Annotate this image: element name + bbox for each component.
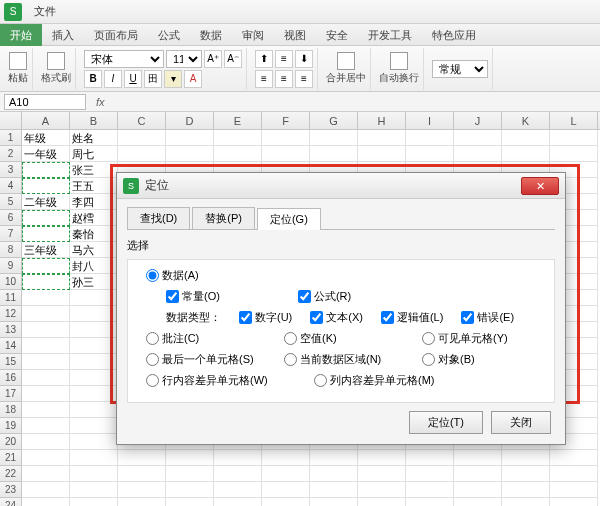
- col-header[interactable]: D: [166, 112, 214, 129]
- cell[interactable]: [118, 482, 166, 498]
- cell[interactable]: [70, 434, 118, 450]
- chk-formula[interactable]: 公式(R): [298, 289, 351, 304]
- cell[interactable]: [214, 482, 262, 498]
- tab-dev[interactable]: 开发工具: [358, 24, 422, 46]
- tab-home[interactable]: 开始: [0, 24, 42, 46]
- cell[interactable]: [454, 466, 502, 482]
- align-center-icon[interactable]: ≡: [275, 70, 293, 88]
- tab-special[interactable]: 特色应用: [422, 24, 486, 46]
- cell[interactable]: [166, 498, 214, 506]
- format-painter-button[interactable]: 格式刷: [41, 52, 71, 85]
- cell[interactable]: [550, 450, 598, 466]
- merge-button[interactable]: 合并居中: [326, 52, 366, 85]
- cell[interactable]: [70, 338, 118, 354]
- row-header[interactable]: 22: [0, 466, 22, 482]
- opt-last[interactable]: 最后一个单元格(S): [146, 352, 266, 367]
- close-button[interactable]: ✕: [521, 177, 559, 195]
- opt-rowdiff[interactable]: 行内容差异单元格(W): [146, 373, 296, 388]
- cell[interactable]: 张三: [70, 162, 118, 178]
- col-header[interactable]: K: [502, 112, 550, 129]
- bold-button[interactable]: B: [84, 70, 102, 88]
- cell[interactable]: 周七: [70, 146, 118, 162]
- paste-button[interactable]: 粘贴: [8, 52, 28, 85]
- row-header[interactable]: 8: [0, 242, 22, 258]
- cell[interactable]: [22, 226, 70, 242]
- cell[interactable]: 二年级: [22, 194, 70, 210]
- cell[interactable]: [22, 354, 70, 370]
- col-header[interactable]: B: [70, 112, 118, 129]
- cell[interactable]: [166, 450, 214, 466]
- table-row[interactable]: 22: [0, 466, 600, 482]
- cell[interactable]: [70, 370, 118, 386]
- cell[interactable]: [70, 418, 118, 434]
- cell[interactable]: 秦怡: [70, 226, 118, 242]
- cell[interactable]: [214, 450, 262, 466]
- row-header[interactable]: 11: [0, 290, 22, 306]
- table-row[interactable]: 23: [0, 482, 600, 498]
- cell[interactable]: [502, 450, 550, 466]
- col-header[interactable]: A: [22, 112, 70, 129]
- row-header[interactable]: 17: [0, 386, 22, 402]
- cell[interactable]: [166, 482, 214, 498]
- cell[interactable]: [358, 466, 406, 482]
- cell[interactable]: [406, 482, 454, 498]
- font-size-select[interactable]: 11: [166, 50, 202, 68]
- cell[interactable]: [502, 466, 550, 482]
- cell[interactable]: 年级: [22, 130, 70, 146]
- chk-error[interactable]: 错误(E): [461, 310, 514, 325]
- col-header[interactable]: H: [358, 112, 406, 129]
- decrease-font-icon[interactable]: A⁻: [224, 50, 242, 68]
- align-right-icon[interactable]: ≡: [295, 70, 313, 88]
- cell[interactable]: 孙三: [70, 274, 118, 290]
- number-format-select[interactable]: 常规: [432, 60, 488, 78]
- row-header[interactable]: 23: [0, 482, 22, 498]
- cell[interactable]: [454, 482, 502, 498]
- dialog-titlebar[interactable]: S 定位 ✕: [117, 173, 565, 199]
- cell[interactable]: [22, 434, 70, 450]
- cell[interactable]: [22, 386, 70, 402]
- cell[interactable]: [358, 146, 406, 162]
- cell[interactable]: [550, 498, 598, 506]
- row-header[interactable]: 19: [0, 418, 22, 434]
- row-header[interactable]: 20: [0, 434, 22, 450]
- select-all-corner[interactable]: [0, 112, 22, 129]
- cell[interactable]: [502, 130, 550, 146]
- fx-icon[interactable]: fx: [90, 96, 111, 108]
- cell[interactable]: [118, 450, 166, 466]
- cell[interactable]: [118, 130, 166, 146]
- cell[interactable]: [118, 498, 166, 506]
- row-header[interactable]: 1: [0, 130, 22, 146]
- cell[interactable]: [70, 482, 118, 498]
- cell[interactable]: [262, 466, 310, 482]
- cell[interactable]: [22, 482, 70, 498]
- cell[interactable]: [70, 306, 118, 322]
- cell[interactable]: [406, 130, 454, 146]
- cell[interactable]: [22, 258, 70, 274]
- cell[interactable]: 一年级: [22, 146, 70, 162]
- align-bot-icon[interactable]: ⬇: [295, 50, 313, 68]
- chk-text[interactable]: 文本(X): [310, 310, 363, 325]
- cell[interactable]: [406, 498, 454, 506]
- opt-object[interactable]: 对象(B): [422, 352, 475, 367]
- chk-number[interactable]: 数字(U): [239, 310, 292, 325]
- cell[interactable]: [118, 466, 166, 482]
- cell[interactable]: [22, 418, 70, 434]
- cell[interactable]: [70, 466, 118, 482]
- cell[interactable]: [310, 130, 358, 146]
- row-header[interactable]: 9: [0, 258, 22, 274]
- cell[interactable]: [550, 466, 598, 482]
- align-top-icon[interactable]: ⬆: [255, 50, 273, 68]
- table-row[interactable]: 2一年级周七: [0, 146, 600, 162]
- cell[interactable]: [70, 450, 118, 466]
- tab-layout[interactable]: 页面布局: [84, 24, 148, 46]
- row-header[interactable]: 12: [0, 306, 22, 322]
- cell[interactable]: [214, 146, 262, 162]
- cell[interactable]: [358, 450, 406, 466]
- cell[interactable]: 三年级: [22, 242, 70, 258]
- chk-logical[interactable]: 逻辑值(L): [381, 310, 443, 325]
- cell[interactable]: [406, 450, 454, 466]
- table-row[interactable]: 21: [0, 450, 600, 466]
- row-header[interactable]: 10: [0, 274, 22, 290]
- row-header[interactable]: 14: [0, 338, 22, 354]
- cell[interactable]: [310, 498, 358, 506]
